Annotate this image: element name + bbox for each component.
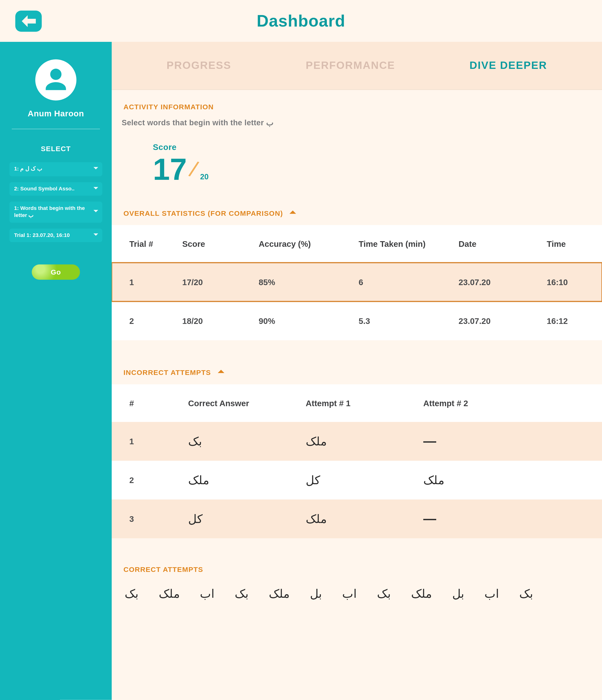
chevron-down-icon xyxy=(93,185,99,193)
incorrect-row: 3 کل ملک — xyxy=(112,500,602,538)
back-button[interactable] xyxy=(15,10,42,32)
chevron-up-icon xyxy=(217,367,225,377)
stats-row[interactable]: 2 18/20 90% 5.3 23.07.20 16:12 xyxy=(112,302,602,340)
cell: 16:12 xyxy=(547,316,602,326)
dropdown-activity[interactable]: 1: Words that begin with the letter ب xyxy=(9,202,102,222)
section-incorrect-label: INCORRECT ATTEMPTS xyxy=(123,368,211,376)
section-activity-title: ACTIVITY INFORMATION xyxy=(112,103,602,111)
section-correct-title: CORRECT ATTEMPTS xyxy=(112,565,602,574)
cell: 2 xyxy=(129,476,188,485)
cell: ملک xyxy=(423,473,541,487)
user-name: Anum Haroon xyxy=(28,109,84,118)
correct-word: اب xyxy=(342,586,357,601)
tab-performance[interactable]: PERFORMANCE xyxy=(306,59,395,72)
chevron-down-icon xyxy=(93,231,99,239)
correct-words-row: بک ملک اب بک ملک بل اب بک ملک بل اب بک xyxy=(112,581,602,601)
col-trial: Trial # xyxy=(129,239,182,249)
col-a1: Attempt # 1 xyxy=(306,398,423,408)
incorrect-row: 1 بک ملک — xyxy=(112,422,602,461)
dropdown-trial[interactable]: Trial 1: 23.07.20, 16:10 xyxy=(9,228,102,242)
cell: ملک xyxy=(188,473,306,487)
correct-word: بک xyxy=(235,586,249,601)
dropdown-activity-label: 1: Words that begin with the letter ب xyxy=(14,205,85,218)
score-total: 20 xyxy=(200,172,209,181)
avatar xyxy=(35,59,76,101)
section-incorrect-title[interactable]: INCORRECT ATTEMPTS xyxy=(112,367,602,377)
cell: 23.07.20 xyxy=(459,277,547,287)
sidebar-divider xyxy=(12,129,100,129)
incorrect-row: 2 ملک کل ملک xyxy=(112,461,602,500)
cell: 2 xyxy=(129,316,182,326)
cell: 1 xyxy=(129,277,182,287)
correct-word: اب xyxy=(484,586,499,601)
col-n: # xyxy=(129,398,188,408)
correct-word: ملک xyxy=(159,586,180,601)
cell: 6 xyxy=(359,277,459,287)
chevron-down-icon xyxy=(93,208,99,216)
dropdown-trial-label: Trial 1: 23.07.20, 16:10 xyxy=(14,232,70,238)
dropdown-level[interactable]: 1: ب ک ل م xyxy=(9,162,102,176)
section-stats-title[interactable]: OVERALL STATISTICS (FOR COMPARISON) xyxy=(112,208,602,218)
correct-word: بک xyxy=(377,586,391,601)
cell: 5.3 xyxy=(359,316,459,326)
cell: کل xyxy=(306,473,423,487)
dropdown-activity-type[interactable]: 2: Sound Symbol Asso.. xyxy=(9,182,102,196)
cell: بک xyxy=(188,434,306,449)
back-arrow-icon xyxy=(21,15,35,27)
chevron-up-icon xyxy=(289,208,297,218)
cell: 90% xyxy=(259,316,359,326)
app-header: Dashboard xyxy=(0,0,602,42)
section-stats-label: OVERALL STATISTICS (FOR COMPARISON) xyxy=(123,209,283,217)
dropdown-level-label: 1: ب ک ل م xyxy=(14,166,42,172)
score-block: Score 17 / 20 xyxy=(112,142,602,184)
col-time: Time xyxy=(547,239,602,249)
correct-word: بک xyxy=(125,586,139,601)
chevron-down-icon xyxy=(93,165,99,173)
score-value: 17 xyxy=(153,154,187,184)
sidebar: Anum Haroon SELECT 1: ب ک ل م 2: Sound S… xyxy=(0,42,112,700)
correct-word: بک xyxy=(519,586,533,601)
correct-word: ملک xyxy=(411,586,432,601)
select-heading: SELECT xyxy=(41,145,71,153)
col-score: Score xyxy=(182,239,259,249)
avatar-icon xyxy=(42,67,69,94)
stats-table: Trial # Score Accuracy (%) Time Taken (m… xyxy=(112,225,602,340)
col-date: Date xyxy=(459,239,547,249)
cell: 16:10 xyxy=(547,277,602,287)
cell: — xyxy=(423,434,541,449)
incorrect-header-row: # Correct Answer Attempt # 1 Attempt # 2 xyxy=(112,384,602,422)
col-time-taken: Time Taken (min) xyxy=(359,239,459,249)
tab-progress[interactable]: PROGRESS xyxy=(167,59,231,72)
correct-word: بل xyxy=(310,586,322,601)
cell: ملک xyxy=(306,512,423,526)
activity-description: Select words that begin with the letter … xyxy=(112,118,602,127)
main-content: PROGRESS PERFORMANCE DIVE DEEPER ACTIVIT… xyxy=(112,42,602,700)
col-accuracy: Accuracy (%) xyxy=(259,239,359,249)
cell: 23.07.20 xyxy=(459,316,547,326)
cell: 18/20 xyxy=(182,316,259,326)
col-correct: Correct Answer xyxy=(188,398,306,408)
page-title: Dashboard xyxy=(257,11,345,30)
stats-header-row: Trial # Score Accuracy (%) Time Taken (m… xyxy=(112,225,602,263)
score-label: Score xyxy=(153,142,602,152)
correct-word: اب xyxy=(200,586,215,601)
cell: 3 xyxy=(129,514,188,524)
tab-bar: PROGRESS PERFORMANCE DIVE DEEPER xyxy=(112,42,602,90)
cell: ملک xyxy=(306,434,423,449)
cell: کل xyxy=(188,512,306,526)
cell: — xyxy=(423,511,541,527)
correct-word: بل xyxy=(452,586,465,601)
dropdown-activity-type-label: 2: Sound Symbol Asso.. xyxy=(14,185,75,191)
score-slash: / xyxy=(187,156,200,182)
go-button[interactable]: Go xyxy=(32,265,80,280)
cell: 1 xyxy=(129,437,188,446)
incorrect-table: # Correct Answer Attempt # 1 Attempt # 2… xyxy=(112,384,602,538)
stats-row[interactable]: 1 17/20 85% 6 23.07.20 16:10 xyxy=(112,263,602,302)
correct-word: ملک xyxy=(269,586,290,601)
col-a2: Attempt # 2 xyxy=(423,398,541,408)
tab-dive-deeper[interactable]: DIVE DEEPER xyxy=(469,59,547,72)
cell: 85% xyxy=(259,277,359,287)
cell: 17/20 xyxy=(182,277,259,287)
